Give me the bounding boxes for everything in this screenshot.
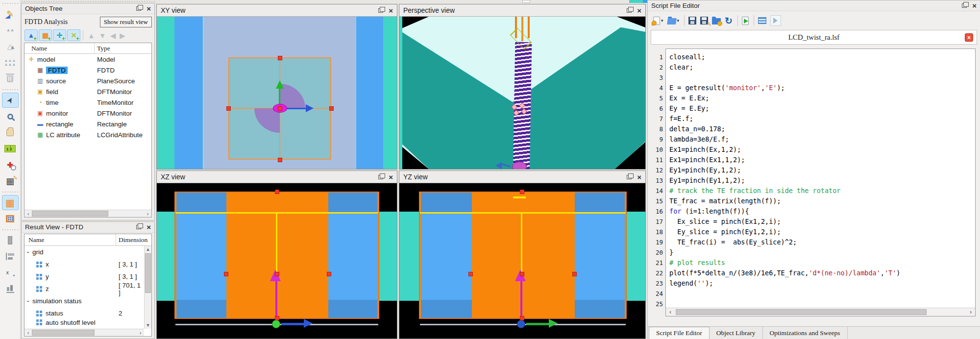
origin-marker[interactable] [272, 320, 280, 328]
structure-column[interactable] [421, 193, 472, 318]
resize-handle[interactable] [278, 56, 282, 60]
run-script-button[interactable] [740, 14, 750, 27]
float-panel-icon[interactable] [378, 8, 383, 13]
code-line[interactable]: delta_n=0.178; [669, 124, 973, 134]
x-axis-shaft[interactable] [281, 323, 304, 325]
y-axis-shaft[interactable] [526, 323, 549, 325]
origin-marker[interactable] [517, 320, 525, 328]
vertical-scrollbar[interactable]: ▲ ▼ [144, 246, 151, 329]
panel-grip[interactable] [22, 0, 155, 2]
view-simulation-grid-button[interactable]: ▦ [2, 195, 19, 210]
run-current-line-button[interactable] [769, 14, 783, 27]
code-line[interactable] [669, 73, 973, 83]
tree-row[interactable]: ✛modelModel [24, 54, 151, 65]
result-row[interactable]: auto shutoff level [24, 319, 144, 325]
tree-row[interactable]: ▦LC attributeLCGridAttribute [24, 129, 151, 140]
resize-handle[interactable] [275, 316, 279, 320]
toolbar-grip[interactable] [2, 228, 18, 231]
scrollbar-thumb[interactable] [145, 253, 151, 293]
code-line[interactable]: TE_frac = matrix(length(f)); [669, 196, 973, 206]
resize-handle[interactable] [278, 158, 282, 162]
close-icon[interactable]: × [972, 2, 977, 9]
close-icon[interactable]: × [389, 7, 393, 14]
perspective-view-canvas[interactable] [399, 17, 645, 169]
code-line[interactable]: } [669, 247, 973, 258]
resize-handle[interactable] [275, 190, 279, 194]
delete-object-button[interactable] [2, 71, 19, 86]
resize-handle[interactable] [468, 272, 473, 276]
script-workspace-button[interactable] [757, 14, 768, 27]
code-line[interactable]: plot(f*5*delta_n/(3e8)/1e6,TE_frac,'d*(n… [669, 268, 973, 278]
horizontal-scrollbar[interactable]: ‹ › [666, 308, 975, 316]
code-line[interactable]: Ey_slice = pinch(Ey1,2,i); [669, 227, 973, 237]
save-script-as-button[interactable]: ✎ [699, 14, 710, 27]
toolbar-grip[interactable] [2, 190, 18, 194]
chevron-down-icon[interactable]: ▾ [661, 18, 663, 23]
scroll-down-icon[interactable]: ▼ [145, 322, 151, 329]
tree-row[interactable]: ▬rectangleRectangle [24, 119, 151, 129]
select-tool-button[interactable]: ➤ [2, 93, 19, 108]
resource-config-button[interactable] [2, 249, 19, 264]
code-line[interactable]: Ex1=pinch(Ex1,1,2); [669, 155, 973, 165]
tree-row[interactable]: ▦FDTDFDTD [24, 65, 151, 75]
add-structure-button[interactable]: ▲ [24, 29, 38, 41]
result-row[interactable]: z[ 701, 1 ] [24, 283, 144, 295]
scrollbar-thumb[interactable] [676, 309, 927, 315]
move-down-icon[interactable]: ▼ [99, 32, 106, 39]
toolbar-grip[interactable] [2, 88, 18, 91]
add-analysis-button[interactable]: ✕ [67, 29, 80, 41]
bottom-tab-object-library[interactable]: Object Library [710, 327, 763, 339]
zoom-extents-tool-button[interactable]: ✚ [2, 157, 19, 172]
ruler-tool-button[interactable]: 1 2 [2, 141, 19, 156]
chevron-down-icon[interactable]: ▾ [677, 18, 680, 23]
edit-object-button[interactable]: ✎ [2, 6, 19, 22]
move-right-icon[interactable]: ▶ [120, 32, 125, 39]
x-axis-arrow[interactable] [495, 162, 502, 169]
refresh-script-button[interactable]: ↻ [723, 14, 734, 27]
code-line[interactable]: f=E.f; [669, 114, 973, 124]
code-line[interactable]: legend(''); [669, 278, 973, 289]
code-line[interactable]: TE_frac(i) = abs(Ey_slice)^2; [669, 237, 973, 247]
axis-settings-button[interactable]: x [2, 265, 19, 280]
code-line[interactable]: Ey1=pinch(Ey1,1,2); [669, 175, 973, 186]
new-script-button[interactable]: ▾ [652, 14, 665, 27]
code-line[interactable]: Ex1=pinch(Ex,1,2); [669, 145, 973, 155]
structure-column[interactable] [328, 193, 377, 318]
array-objects-button[interactable]: ▲▲▲ ▲▲▲ [2, 55, 19, 70]
code-line[interactable]: closeall; [669, 52, 973, 62]
code-line[interactable]: E = getresult('monitor','E'); [669, 83, 973, 93]
code-area[interactable]: closeall;clear;E = getresult('monitor','… [665, 48, 976, 316]
tree-item-name[interactable]: FDTD [46, 67, 68, 74]
float-panel-icon[interactable] [962, 3, 967, 8]
result-row[interactable]: ›grid [24, 246, 144, 258]
code-line[interactable]: # plot results [669, 258, 973, 268]
float-panel-icon[interactable] [136, 225, 141, 229]
simulation-report-button[interactable] [2, 281, 19, 296]
resize-handle[interactable] [572, 272, 577, 276]
center-handle[interactable] [278, 106, 282, 111]
result-row[interactable]: ›simulation status [24, 295, 144, 307]
monitor-line[interactable] [521, 214, 522, 273]
scroll-left-icon[interactable]: ‹ [24, 210, 32, 218]
close-file-icon[interactable]: × [965, 33, 973, 42]
tree-row[interactable]: ▣fieldDFTMonitor [24, 86, 151, 97]
scroll-left-icon[interactable]: ‹ [24, 329, 32, 337]
scrollbar-thumb[interactable] [32, 211, 108, 217]
close-icon[interactable]: × [147, 5, 151, 12]
code-line[interactable]: Ey = E.Ey; [669, 103, 973, 114]
tree-row[interactable]: ◔timeTimeMonitor [24, 97, 151, 108]
horizontal-scrollbar[interactable]: ‹ › [24, 210, 151, 217]
chevron-down-icon[interactable]: › [25, 249, 31, 255]
working-directory-button[interactable] [710, 14, 722, 27]
bottom-tab-optimizations-and-sweeps[interactable]: Optimizations and Sweeps [763, 327, 848, 339]
result-row[interactable]: y[ 3, 1 ] [24, 270, 144, 283]
tree-item-name[interactable]: rectangle [46, 121, 74, 128]
tree-row[interactable]: ▥sourcePlaneSource [24, 75, 151, 86]
tree-row[interactable]: ▣monitorDFTMonitor [24, 108, 151, 119]
add-monitor-button[interactable]: ✛ [53, 29, 66, 41]
code-line[interactable]: for (i=1:length(f)){ [669, 206, 973, 217]
pan-tool-button[interactable] [2, 125, 19, 140]
edit-mesh-tool-button[interactable]: ▦ [2, 173, 19, 189]
resize-handle[interactable] [329, 106, 334, 111]
float-panel-icon[interactable] [627, 175, 632, 179]
